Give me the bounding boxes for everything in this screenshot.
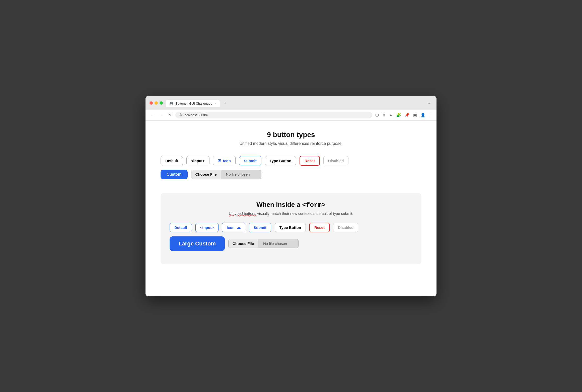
- default-button[interactable]: Default: [161, 156, 183, 165]
- form-section: When inside a <form> Untyped buttons vis…: [161, 193, 421, 264]
- large-custom-file-row: Large Custom Choose File No file chosen: [170, 236, 412, 251]
- choose-file-button[interactable]: Choose File: [191, 170, 221, 179]
- submit-form-button[interactable]: Submit: [249, 223, 271, 232]
- close-button[interactable]: [150, 101, 153, 105]
- input-form-button[interactable]: <input>: [195, 223, 219, 232]
- menu-icon[interactable]: ⋮: [429, 113, 433, 117]
- top-button-row: Default <input> ✉ Icon Submit Type Butto…: [161, 156, 421, 166]
- pin-icon[interactable]: 📌: [405, 113, 410, 117]
- reset-form-button[interactable]: Reset: [309, 223, 330, 232]
- traffic-lights: [150, 101, 163, 105]
- title-bar: 🎮 Buttons | GUI Challenges ✕ + ⌄: [145, 96, 436, 110]
- reload-button[interactable]: ↻: [167, 112, 172, 118]
- type-button-button[interactable]: Type Button: [265, 156, 296, 165]
- page-title: 9 button types: [161, 131, 421, 139]
- default-form-button[interactable]: Default: [170, 223, 192, 232]
- url-text: localhost:3000/#: [184, 113, 208, 117]
- share-icon[interactable]: ⬆: [382, 113, 386, 117]
- secure-icon: ⓘ: [179, 113, 182, 117]
- forward-button[interactable]: →: [158, 112, 164, 118]
- back-button[interactable]: ←: [149, 112, 155, 118]
- disabled-form-button: Disabled: [333, 223, 358, 232]
- form-section-title: When inside a <form>: [170, 201, 412, 209]
- address-bar: ← → ↻ ⓘ localhost:3000/# ⬡ ⬆ ★ 🧩 📌 ▣ 👤 ⋮: [145, 110, 436, 121]
- tabs-bar: 🎮 Buttons | GUI Challenges ✕ + ⌄: [166, 99, 432, 107]
- large-custom-button[interactable]: Large Custom: [170, 236, 225, 251]
- tab-close-button[interactable]: ✕: [214, 102, 216, 105]
- form-file-input-wrapper: Choose File No file chosen: [228, 239, 299, 248]
- profile-icon[interactable]: 👤: [420, 113, 425, 117]
- extension-icon[interactable]: 🧩: [396, 113, 401, 117]
- url-bar[interactable]: ⓘ localhost:3000/#: [175, 112, 372, 118]
- custom-file-row: Custom Choose File No file chosen: [161, 170, 421, 179]
- external-link-icon[interactable]: ⬡: [375, 113, 379, 117]
- submit-button[interactable]: Submit: [239, 156, 261, 165]
- active-tab[interactable]: 🎮 Buttons | GUI Challenges ✕: [166, 100, 220, 107]
- disabled-button: Disabled: [323, 156, 349, 165]
- page-subtitle: Unified modern style, visual differences…: [161, 141, 421, 146]
- file-no-chosen-label: No file chosen: [221, 170, 261, 179]
- email-icon: ✉: [218, 158, 221, 163]
- input-button[interactable]: <input>: [186, 156, 209, 165]
- browser-window: 🎮 Buttons | GUI Challenges ✕ + ⌄ ← → ↻ ⓘ…: [145, 96, 436, 296]
- file-input-wrapper: Choose File No file chosen: [191, 170, 261, 179]
- cloud-icon: ☁: [237, 225, 241, 230]
- icon-form-button[interactable]: Icon ☁: [222, 223, 245, 232]
- bookmark-icon[interactable]: ★: [389, 113, 393, 117]
- toolbar-icons: ⬡ ⬆ ★ 🧩 📌 ▣ 👤 ⋮: [375, 113, 433, 117]
- maximize-button[interactable]: [160, 101, 163, 105]
- tab-favicon: 🎮: [169, 102, 173, 105]
- form-choose-file-button[interactable]: Choose File: [229, 239, 258, 248]
- icon-button[interactable]: ✉ Icon: [213, 156, 236, 165]
- tab-title: Buttons | GUI Challenges: [175, 102, 212, 105]
- form-file-no-chosen-label: No file chosen: [258, 239, 298, 248]
- reset-button[interactable]: Reset: [300, 156, 320, 166]
- sidebar-icon[interactable]: ▣: [413, 113, 417, 117]
- minimize-button[interactable]: [155, 101, 158, 105]
- untyped-buttons-text: Untyped buttons: [229, 211, 256, 216]
- custom-button[interactable]: Custom: [161, 170, 188, 179]
- type-button-form-button[interactable]: Type Button: [275, 223, 306, 232]
- new-tab-button[interactable]: +: [221, 99, 230, 107]
- page-content: 9 button types Unified modern style, vis…: [145, 121, 436, 296]
- form-button-row: Default <input> Icon ☁ Submit Type Butto…: [170, 223, 412, 232]
- tab-expand-button[interactable]: ⌄: [425, 99, 432, 107]
- form-section-subtitle: Untyped buttons visually match their new…: [170, 211, 412, 216]
